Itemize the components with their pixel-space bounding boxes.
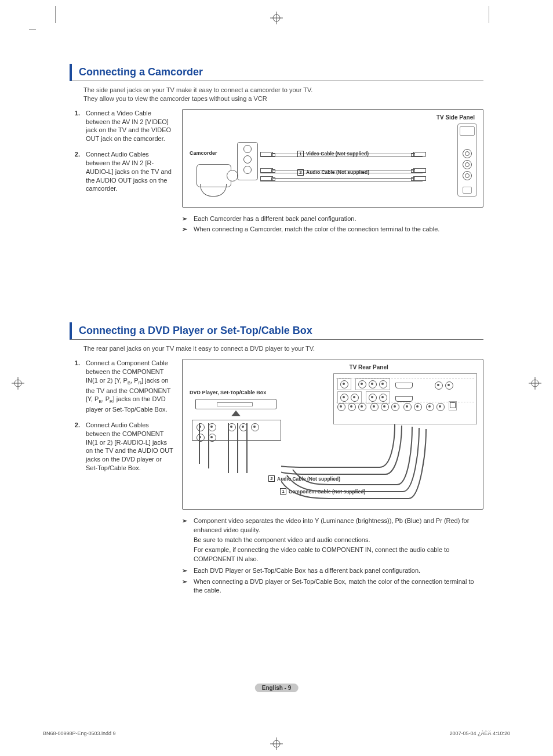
badge-icon: 2 xyxy=(268,475,275,482)
notes-block: ➣ Component video separates the video in… xyxy=(182,517,483,595)
step-text: Connect Audio Cables between the COMPONE… xyxy=(86,421,174,472)
cable-text: Video Cable (Not supplied) xyxy=(306,151,369,157)
lead-line: They allow you to view the camcorder tap… xyxy=(83,95,267,102)
crop-mark xyxy=(29,29,36,30)
step-item: 2. Connect Audio Cables between the COMP… xyxy=(70,421,174,472)
steps-list: 1. Connect a Component Cable between the… xyxy=(70,359,174,597)
audio-cable-line xyxy=(260,178,423,181)
document-filename: BN68-00998P-Eng-0503.indd 9 xyxy=(43,730,116,736)
camcorder-diagram: TV Side Panel Camcorder 1 xyxy=(182,109,483,236)
cable-routing-icon xyxy=(281,417,455,516)
note-item: ➣ When connecting a Camcorder, match the… xyxy=(182,225,483,234)
steps-list: 1. Connect a Video Cable between the AV … xyxy=(70,109,174,236)
camcorder-back-panel-icon xyxy=(237,142,258,180)
registration-mark-icon xyxy=(12,377,24,390)
note-line: Be sure to match the component video and… xyxy=(194,536,483,544)
step-text: Connect a Video Cable between the AV IN … xyxy=(86,109,174,143)
note-text: When connecting a Camcorder, match the c… xyxy=(194,225,439,234)
note-line: For example, if connecting the video cab… xyxy=(194,546,483,564)
diagram-box: TV Side Panel Camcorder 1 xyxy=(182,109,483,208)
tv-side-panel-icon xyxy=(457,123,477,197)
plug-icon xyxy=(260,168,273,173)
page-number-pill: English - 9 xyxy=(255,684,299,692)
diagram-box: TV Rear Panel DVD Player, Set-Top/Cable … xyxy=(182,359,483,510)
plug-icon xyxy=(260,176,273,181)
panel-title: TV Rear Panel xyxy=(350,364,388,370)
note-item: ➣ Each Camcorder has a different back pa… xyxy=(182,215,483,223)
section-row: 1. Connect a Component Cable between the… xyxy=(70,359,483,597)
note-text: Component video separates the video into… xyxy=(194,517,483,565)
note-text: Each DVD Player or Set-Top/Cable Box has… xyxy=(194,566,420,575)
note-arrow-icon: ➣ xyxy=(182,517,190,565)
crop-mark xyxy=(55,6,56,23)
device-label: Camcorder xyxy=(190,150,217,156)
page: Connecting a Camcorder The side panel ja… xyxy=(29,12,524,744)
section-camcorder: Connecting a Camcorder The side panel ja… xyxy=(70,64,483,235)
section-heading: Connecting a DVD Player or Set-Top/Cable… xyxy=(70,322,483,340)
badge-icon: 2 xyxy=(297,169,304,176)
cable-bundle-icon xyxy=(195,423,282,475)
note-arrow-icon: ➣ xyxy=(182,566,190,575)
step-item: 1. Connect a Video Cable between the AV … xyxy=(70,109,174,143)
note-arrow-icon: ➣ xyxy=(182,225,190,234)
plug-icon xyxy=(413,152,426,157)
note-item: ➣ Component video separates the video in… xyxy=(182,517,483,565)
camcorder-icon xyxy=(190,161,235,193)
lead-line: The side panel jacks on your TV make it … xyxy=(83,86,312,93)
registration-mark-icon xyxy=(270,737,283,750)
crop-mark xyxy=(489,6,489,23)
cable-text: Audio Cable (Not supplied) xyxy=(306,169,369,175)
step-number: 1. xyxy=(70,359,80,414)
notes-block: ➣ Each Camcorder has a different back pa… xyxy=(182,215,483,234)
step-item: 1. Connect a Component Cable between the… xyxy=(70,359,174,414)
plug-icon xyxy=(413,176,426,181)
note-line: Component video separates the video into… xyxy=(194,517,483,535)
section-dvd: Connecting a DVD Player or Set-Top/Cable… xyxy=(70,322,483,597)
panel-title: TV Side Panel xyxy=(436,114,475,121)
step-number: 2. xyxy=(70,150,80,193)
section-row: 1. Connect a Video Cable between the AV … xyxy=(70,109,483,236)
plug-icon xyxy=(413,168,426,173)
step-number: 1. xyxy=(70,109,80,143)
lead-text: The rear panel jacks on your TV make it … xyxy=(83,344,483,353)
registration-mark-icon xyxy=(270,12,283,24)
step-text: Connect Audio Cables between the AV IN 2… xyxy=(86,150,174,193)
note-arrow-icon: ➣ xyxy=(182,215,190,223)
cable-label: 2 Audio Cable (Not supplied) xyxy=(297,169,369,176)
device-label: DVD Player, Set-Top/Cable Box xyxy=(190,390,266,395)
dvd-diagram: TV Rear Panel DVD Player, Set-Top/Cable … xyxy=(182,359,483,597)
content-area: Connecting a Camcorder The side panel ja… xyxy=(29,12,524,597)
tv-rear-panel-icon xyxy=(333,373,477,424)
lead-text: The side panel jacks on your TV make it … xyxy=(83,86,483,103)
note-text: When connecting a DVD player or Set-Top/… xyxy=(194,577,483,595)
section-heading: Connecting a Camcorder xyxy=(70,64,483,81)
step-text: Connect a Component Cable between the CO… xyxy=(86,359,174,414)
badge-icon: 1 xyxy=(297,151,304,157)
note-arrow-icon: ➣ xyxy=(182,577,190,595)
note-text: Each Camcorder has a different back pane… xyxy=(194,215,356,223)
registration-mark-icon xyxy=(529,377,541,390)
step-item: 2. Connect Audio Cables between the AV I… xyxy=(70,150,174,193)
plug-icon xyxy=(260,152,273,157)
step-number: 2. xyxy=(70,421,80,472)
cable-label: 1 Video Cable (Not supplied) xyxy=(297,151,369,157)
note-item: ➣ When connecting a DVD player or Set-To… xyxy=(182,577,483,595)
note-item: ➣ Each DVD Player or Set-Top/Cable Box h… xyxy=(182,566,483,575)
document-timestamp: 2007-05-04 ¿ÀÈÄ 4:10:20 xyxy=(449,730,510,736)
